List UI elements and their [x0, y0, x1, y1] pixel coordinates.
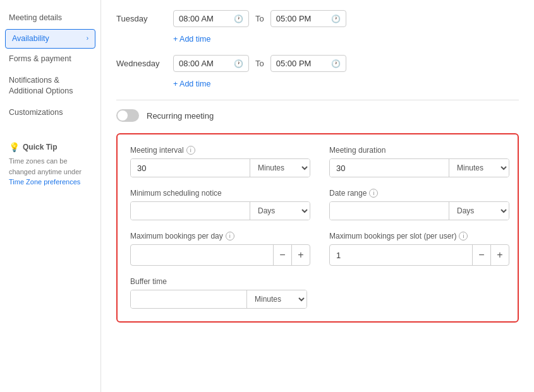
- max-bookings-per-slot-increment-button[interactable]: +: [491, 245, 509, 265]
- max-bookings-per-slot-stepper: − +: [329, 244, 509, 266]
- clock-icon: 🕐: [234, 15, 243, 23]
- max-bookings-per-day-decrement-button[interactable]: −: [274, 245, 291, 265]
- clock-icon-3: 🕐: [234, 59, 243, 68]
- tuesday-add-time-row: + Add time: [173, 32, 519, 46]
- meeting-duration-unit-select[interactable]: Minutes Hours: [449, 159, 509, 177]
- clock-icon-2: 🕐: [331, 15, 341, 23]
- meeting-duration-input-group: Minutes Hours: [329, 158, 509, 177]
- buffer-time-label: Buffer time: [130, 277, 307, 286]
- date-range-field: Date range i Days Weeks Months: [329, 189, 509, 220]
- buffer-time-field: Buffer time Minutes Hours: [130, 277, 307, 309]
- min-scheduling-notice-input-group: Days Hours Minutes: [130, 201, 310, 220]
- max-bookings-per-slot-field: Maximum bookings per slot (per user) i −…: [329, 232, 509, 266]
- sidebar-item-meeting-details[interactable]: Meeting details: [0, 8, 100, 29]
- recurring-row: Recurring meeting: [116, 109, 519, 122]
- max-bookings-per-day-controls: − +: [273, 245, 310, 265]
- tuesday-to: To: [255, 14, 264, 23]
- recurring-toggle[interactable]: [116, 109, 139, 122]
- tuesday-label: Tuesday: [116, 14, 167, 23]
- meeting-interval-input-group: Minutes Hours: [130, 158, 310, 177]
- meeting-duration-label: Meeting duration: [329, 146, 509, 155]
- meeting-interval-label: Meeting interval i: [130, 146, 310, 155]
- quick-tip-header: 💡 Quick Tip: [9, 142, 92, 152]
- tuesday-add-time-button[interactable]: + Add time: [173, 32, 210, 46]
- max-bookings-per-day-field: Maximum bookings per day i − +: [130, 232, 310, 266]
- max-bookings-per-day-increment-button[interactable]: +: [292, 245, 310, 265]
- buffer-time-unit-select[interactable]: Minutes Hours: [246, 290, 306, 308]
- wednesday-label: Wednesday: [116, 59, 167, 68]
- sidebar-item-availability[interactable]: Availability ›: [5, 29, 95, 49]
- wednesday-to: To: [255, 59, 264, 68]
- quick-tip-link[interactable]: Time Zone preferences: [9, 178, 80, 186]
- date-range-input[interactable]: [330, 202, 449, 220]
- max-bookings-per-slot-input[interactable]: [330, 247, 472, 264]
- meeting-interval-field: Meeting interval i Minutes Hours: [130, 146, 310, 177]
- lightbulb-icon: 💡: [9, 142, 20, 152]
- tuesday-start-input[interactable]: [179, 14, 233, 23]
- settings-grid: Meeting interval i Minutes Hours Meeting…: [130, 146, 505, 309]
- wednesday-add-time-button[interactable]: + Add time: [173, 77, 210, 91]
- max-bookings-per-slot-controls: − +: [472, 245, 509, 265]
- sidebar-item-forms-payment[interactable]: Forms & payment: [0, 49, 100, 70]
- tuesday-row: Tuesday 🕐 To 🕐: [116, 10, 519, 27]
- meeting-interval-info-icon[interactable]: i: [186, 146, 195, 155]
- date-range-label: Date range i: [329, 189, 509, 198]
- wednesday-end-input[interactable]: [276, 59, 330, 68]
- wednesday-row: Wednesday 🕐 To 🕐: [116, 55, 519, 72]
- clock-icon-4: 🕐: [331, 59, 341, 68]
- meeting-duration-input[interactable]: [330, 159, 449, 177]
- buffer-time-input[interactable]: [131, 290, 246, 308]
- max-bookings-per-slot-label: Maximum bookings per slot (per user) i: [329, 232, 509, 241]
- date-range-input-group: Days Weeks Months: [329, 201, 509, 220]
- sidebar-item-notifications[interactable]: Notifications & Additional Options: [0, 70, 100, 102]
- max-bookings-per-day-input[interactable]: [131, 247, 273, 264]
- max-bookings-per-day-label: Maximum bookings per day i: [130, 232, 310, 241]
- chevron-right-icon: ›: [87, 34, 88, 43]
- min-scheduling-notice-label: Minimum scheduling notice: [130, 189, 310, 198]
- quick-tip-title: Quick Tip: [23, 143, 57, 151]
- max-bookings-per-slot-info-icon[interactable]: i: [459, 232, 468, 241]
- max-bookings-per-day-stepper: − +: [130, 244, 310, 266]
- quick-tip-section: 💡 Quick Tip Time zones can be changed an…: [0, 136, 100, 194]
- divider: [116, 100, 519, 100]
- recurring-label: Recurring meeting: [147, 111, 214, 121]
- meeting-interval-unit-select[interactable]: Minutes Hours: [250, 159, 310, 177]
- tuesday-end-time[interactable]: 🕐: [270, 10, 346, 27]
- max-bookings-per-slot-decrement-button[interactable]: −: [473, 245, 490, 265]
- meeting-interval-input[interactable]: [131, 159, 250, 177]
- buffer-time-input-group: Minutes Hours: [130, 290, 307, 309]
- min-scheduling-notice-field: Minimum scheduling notice Days Hours Min…: [130, 189, 310, 220]
- wednesday-start-input[interactable]: [179, 59, 233, 68]
- settings-box: Meeting interval i Minutes Hours Meeting…: [116, 133, 519, 323]
- tuesday-end-input[interactable]: [276, 14, 330, 23]
- tuesday-start-time[interactable]: 🕐: [173, 10, 249, 27]
- wednesday-start-time[interactable]: 🕐: [173, 55, 249, 72]
- min-scheduling-notice-input[interactable]: [131, 202, 250, 220]
- toggle-slider: [116, 109, 139, 122]
- date-range-info-icon[interactable]: i: [369, 189, 378, 198]
- wednesday-end-time[interactable]: 🕐: [270, 55, 346, 72]
- main-content: Tuesday 🕐 To 🕐 + Add time Wednesday 🕐 To…: [101, 0, 534, 392]
- quick-tip-text: Time zones can be changed anytime under …: [9, 156, 92, 187]
- wednesday-add-time-row: + Add time: [173, 77, 519, 91]
- meeting-duration-field: Meeting duration Minutes Hours: [329, 146, 509, 177]
- min-scheduling-notice-unit-select[interactable]: Days Hours Minutes: [250, 202, 310, 220]
- sidebar: Meeting details Availability › Forms & p…: [0, 0, 101, 392]
- sidebar-item-customizations[interactable]: Customizations: [0, 102, 100, 124]
- date-range-unit-select[interactable]: Days Weeks Months: [449, 202, 509, 220]
- max-bookings-per-day-info-icon[interactable]: i: [226, 232, 234, 241]
